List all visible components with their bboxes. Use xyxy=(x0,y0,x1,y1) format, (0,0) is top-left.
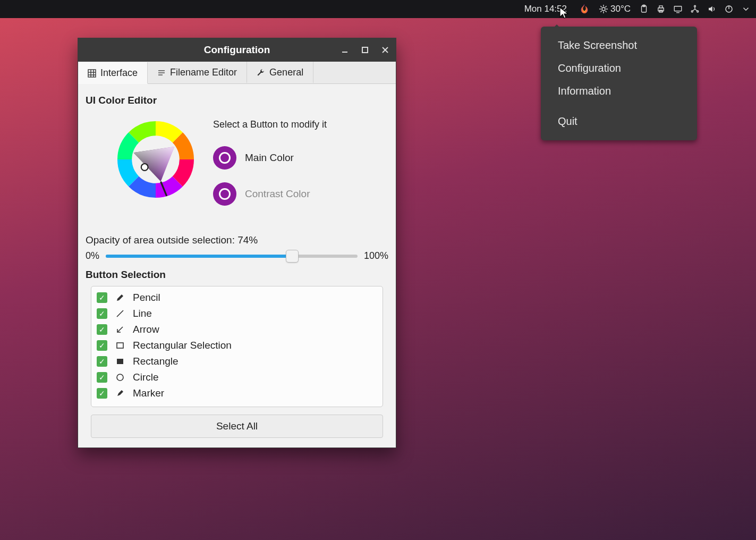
slider-max-label: 100% xyxy=(364,250,388,261)
config-content: UI Color Editor xyxy=(78,84,396,448)
tray-menu-information[interactable]: Information xyxy=(541,80,697,103)
checkbox-line[interactable]: ✓ xyxy=(97,308,107,319)
checkbox-arrow[interactable]: ✓ xyxy=(97,324,107,335)
tool-label: Line xyxy=(133,308,152,319)
button-selection-title: Button Selection xyxy=(86,269,388,281)
clipboard-icon[interactable] xyxy=(639,4,649,14)
line-icon xyxy=(115,309,125,318)
tool-label: Circle xyxy=(133,372,159,383)
chevron-down-icon[interactable] xyxy=(741,4,751,14)
list-icon xyxy=(157,69,166,77)
svg-line-6 xyxy=(606,11,607,12)
window-titlebar[interactable]: Configuration xyxy=(78,38,396,62)
tab-general-label: General xyxy=(269,67,303,78)
tool-row-rect-selection[interactable]: ✓ Rectangular Selection xyxy=(94,338,380,353)
svg-rect-12 xyxy=(659,6,662,8)
volume-icon[interactable] xyxy=(707,4,717,14)
panel-temperature-value: 30°C xyxy=(610,4,631,14)
printer-icon[interactable] xyxy=(656,4,666,14)
configuration-window: Configuration Interface Filename Editor xyxy=(78,38,396,448)
marker-icon xyxy=(115,389,125,398)
tool-label: Rectangle xyxy=(133,356,179,367)
svg-rect-22 xyxy=(362,47,368,53)
tool-row-pencil[interactable]: ✓ Pencil xyxy=(94,290,380,306)
color-select-hint: Select a Button to modify it xyxy=(213,119,327,130)
svg-point-43 xyxy=(117,374,123,381)
flameshot-tray-icon[interactable] xyxy=(579,3,590,15)
tray-menu-separator xyxy=(541,103,697,110)
rect-selection-icon xyxy=(115,341,125,350)
window-title: Configuration xyxy=(204,44,270,56)
window-close-button[interactable] xyxy=(378,43,393,57)
checkbox-marker[interactable]: ✓ xyxy=(97,388,107,399)
arrow-icon xyxy=(115,325,125,334)
tool-row-line[interactable]: ✓ Line xyxy=(94,306,380,322)
flameshot-tray-menu: Take Screenshot Configuration Informatio… xyxy=(541,27,697,140)
circle-icon xyxy=(115,373,125,382)
window-minimize-button[interactable] xyxy=(337,43,352,57)
opacity-label: Opacity of area outside selection: 74% xyxy=(86,234,388,246)
svg-line-5 xyxy=(601,6,602,7)
tool-row-arrow[interactable]: ✓ Arrow xyxy=(94,322,380,338)
pencil-icon xyxy=(115,293,125,302)
tray-menu-configuration[interactable]: Configuration xyxy=(541,57,697,80)
svg-line-8 xyxy=(606,6,607,7)
network-icon[interactable] xyxy=(690,4,700,14)
weather-icon xyxy=(599,4,608,14)
tab-filename-editor[interactable]: Filename Editor xyxy=(148,62,247,83)
svg-rect-25 xyxy=(88,70,96,77)
grid-icon xyxy=(88,69,96,78)
checkbox-rect-selection[interactable]: ✓ xyxy=(97,340,107,351)
checkbox-rectangle[interactable]: ✓ xyxy=(97,356,107,367)
tool-label: Rectangular Selection xyxy=(133,340,232,351)
slider-min-label: 0% xyxy=(86,250,99,261)
panel-clock: Mon 14:52 xyxy=(524,4,567,14)
ui-color-editor-title: UI Color Editor xyxy=(86,95,388,106)
svg-rect-41 xyxy=(117,343,123,348)
contrast-color-swatch[interactable] xyxy=(213,182,236,206)
svg-line-40 xyxy=(117,327,123,332)
power-icon[interactable] xyxy=(724,4,734,14)
tab-interface-label: Interface xyxy=(100,68,138,79)
tray-menu-take-screenshot[interactable]: Take Screenshot xyxy=(541,34,697,57)
svg-point-16 xyxy=(694,5,696,7)
tool-row-marker[interactable]: ✓ Marker xyxy=(94,385,380,401)
tool-label: Marker xyxy=(133,387,164,399)
tab-interface[interactable]: Interface xyxy=(78,62,148,84)
main-color-label: Main Color xyxy=(245,152,294,164)
panel-weather[interactable]: 30°C xyxy=(599,4,631,14)
contrast-color-label: Contrast Color xyxy=(245,188,310,200)
opacity-slider-fill xyxy=(106,255,292,258)
checkbox-circle[interactable]: ✓ xyxy=(97,372,107,383)
color-wheel[interactable] xyxy=(113,117,198,202)
select-all-button[interactable]: Select All xyxy=(91,415,383,438)
tab-general[interactable]: General xyxy=(247,62,313,83)
tray-menu-quit[interactable]: Quit xyxy=(541,110,697,133)
opacity-slider[interactable] xyxy=(106,255,358,258)
tool-list[interactable]: ✓ Pencil ✓ Line ✓ Arrow ✓ Rectangular Se… xyxy=(91,286,383,407)
svg-line-39 xyxy=(117,310,123,317)
main-color-swatch[interactable] xyxy=(213,146,236,170)
window-maximize-button[interactable] xyxy=(358,43,372,57)
svg-rect-42 xyxy=(117,359,123,364)
svg-point-37 xyxy=(141,164,148,171)
tool-label: Pencil xyxy=(133,292,160,303)
top-panel: Mon 14:52 30°C xyxy=(0,0,756,18)
display-icon[interactable] xyxy=(673,4,683,14)
svg-rect-14 xyxy=(674,6,682,11)
wrench-icon xyxy=(257,69,265,77)
tab-filename-editor-label: Filename Editor xyxy=(170,67,237,78)
opacity-slider-thumb[interactable] xyxy=(286,250,299,263)
checkbox-pencil[interactable]: ✓ xyxy=(97,292,107,303)
tool-row-circle[interactable]: ✓ Circle xyxy=(94,369,380,385)
svg-line-7 xyxy=(601,11,602,12)
tool-label: Arrow xyxy=(133,324,159,335)
config-tabs: Interface Filename Editor General xyxy=(78,62,396,84)
rectangle-icon xyxy=(115,357,125,366)
tool-row-rectangle[interactable]: ✓ Rectangle xyxy=(94,353,380,369)
svg-point-0 xyxy=(602,7,605,11)
